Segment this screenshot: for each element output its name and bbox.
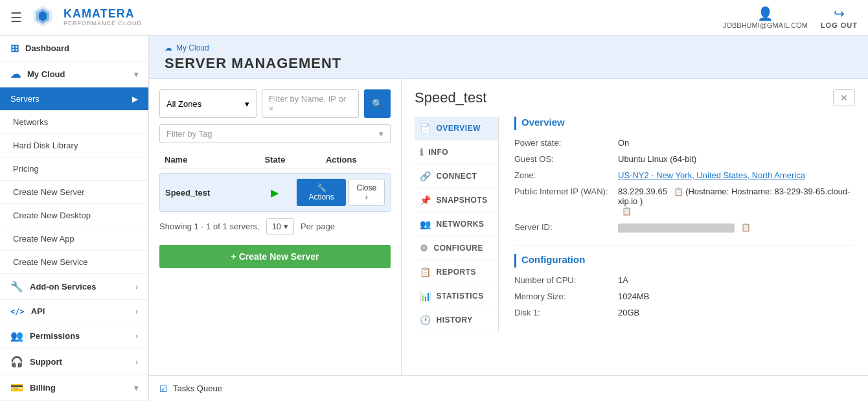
name-filter-placeholder: Filter by Name, IP or × [269, 94, 352, 113]
breadcrumb-text: My Cloud [176, 43, 209, 52]
tasks-queue[interactable]: ☑ Tasks Queue [149, 375, 868, 401]
zone-select-value: All Zones [166, 99, 201, 109]
detail-nav-label-connect: CONNECT [437, 172, 477, 181]
copy-server-id-icon[interactable]: 📋 [741, 223, 751, 232]
detail-nav-networks[interactable]: 👥 NETWORKS [415, 212, 498, 236]
table-row[interactable]: Speed_test ▶ 🔧 Actions Close › [159, 173, 391, 212]
sidebar-label-my-cloud: My Cloud [27, 69, 128, 79]
sidebar-label-support: Support [30, 357, 129, 367]
detail-layout: 📄 OVERVIEW ℹ INFO 🔗 CONNECT 📌 [415, 117, 855, 332]
configure-icon: ⚙ [420, 243, 429, 253]
detail-label-os: Guest OS: [514, 154, 618, 164]
sidebar-label-create-new-service: Create New Service [13, 257, 138, 267]
detail-nav-connect[interactable]: 🔗 CONNECT [415, 165, 498, 189]
user-icon: 👤 [757, 6, 773, 21]
sidebar-item-create-new-app[interactable]: Create New App [0, 227, 148, 251]
chevron-icon-support: › [135, 358, 138, 367]
detail-row-memory: Memory Size: 1024MB [514, 292, 855, 301]
sidebar-label-create-new-server: Create New Server [13, 187, 138, 197]
right-panel: Speed_test ✕ 📄 OVERVIEW ℹ INFO [402, 79, 868, 375]
sidebar-label-api: API [31, 306, 129, 316]
hamburger-menu[interactable]: ☰ [10, 10, 22, 25]
overview-section-title: Overview [514, 117, 855, 130]
detail-nav-snapshots[interactable]: 📌 SNAPSHOTS [415, 189, 498, 212]
server-name: Speed_test [165, 188, 253, 198]
billing-icon: 💳 [10, 382, 23, 394]
detail-nav-overview[interactable]: 📄 OVERVIEW [415, 117, 498, 141]
detail-row-zone: Zone: US-NY2 - New York, United States, … [514, 170, 855, 180]
header-right: 👤 JOBBHUMI@GMAIL.COM ↪ LOG OUT [723, 6, 858, 29]
actions-button[interactable]: 🔧 Actions [297, 179, 345, 206]
table-header: Name State Actions [159, 151, 391, 169]
sidebar-item-hard-disk-library[interactable]: Hard Disk Library [0, 134, 148, 157]
sidebar-item-permissions[interactable]: 👥 Permissions › [0, 323, 148, 349]
server-state: ▶ [253, 187, 297, 199]
logo-area: ☰ KAMATERA PERFORMANCE CLOUD [10, 3, 142, 32]
api-icon: </> [10, 307, 25, 316]
sidebar-label-add-on: Add-on Services [30, 282, 129, 292]
detail-row-power: Power state: On [514, 138, 855, 148]
detail-nav-label-networks: NETWORKS [437, 220, 485, 229]
sidebar-item-create-new-server[interactable]: Create New Server [0, 181, 148, 204]
sidebar-item-dashboard[interactable]: ⊞ Dashboard [0, 36, 148, 62]
tag-filter[interactable]: Filter by Tag ▾ [159, 124, 391, 143]
detail-nav-label-statistics: STATISTICS [437, 292, 484, 301]
sidebar-item-pricing[interactable]: Pricing [0, 157, 148, 181]
sidebar-item-networks[interactable]: Networks [0, 111, 148, 134]
detail-label-zone: Zone: [514, 170, 618, 180]
sidebar-item-api[interactable]: </> API › [0, 300, 148, 323]
detail-nav-statistics[interactable]: 📊 STATISTICS [415, 284, 498, 308]
zone-select[interactable]: All Zones ▾ [159, 89, 257, 118]
snapshots-icon: 📌 [420, 195, 431, 205]
copy-hostname-icon[interactable]: 📋 [622, 207, 632, 216]
support-icon: 🎧 [10, 356, 23, 368]
detail-row-cpu: Number of CPU: 1A [514, 275, 855, 285]
per-page-value: 10 [272, 222, 281, 231]
addon-icon: 🔧 [10, 281, 23, 293]
search-button[interactable]: 🔍 [364, 89, 391, 118]
top-header: ☰ KAMATERA PERFORMANCE CLOUD 👤 JOBBHUMI@… [0, 0, 868, 36]
sidebar-item-servers[interactable]: Servers ▶ [0, 87, 148, 111]
close-button[interactable]: Close › [348, 179, 385, 206]
detail-value-zone[interactable]: US-NY2 - New York, United States, North … [618, 170, 855, 180]
dashboard-icon: ⊞ [10, 42, 19, 54]
breadcrumb: ☁ My Cloud [165, 43, 852, 52]
logo-sub: PERFORMANCE CLOUD [63, 21, 142, 27]
detail-nav-label-overview: OVERVIEW [437, 124, 481, 133]
detail-row-disk: Disk 1: 20GB [514, 308, 855, 317]
detail-label-server-id: Server ID: [514, 222, 618, 233]
sidebar-item-my-cloud[interactable]: ☁ My Cloud ▾ [0, 62, 148, 87]
sidebar-item-support[interactable]: 🎧 Support › [0, 349, 148, 375]
detail-nav-label-history: HISTORY [437, 315, 473, 325]
copy-ip-icon[interactable]: 📋 [674, 187, 683, 196]
detail-nav-reports[interactable]: 📋 REPORTS [415, 260, 498, 284]
sidebar-label-dashboard: Dashboard [25, 43, 138, 53]
logout-button[interactable]: ↪ LOG OUT [821, 6, 858, 29]
name-filter[interactable]: Filter by Name, IP or × [262, 89, 359, 118]
detail-nav-info[interactable]: ℹ INFO [415, 141, 498, 165]
chevron-down-billing: ▾ [134, 384, 138, 393]
per-page-select[interactable]: 10 ▾ [266, 218, 294, 235]
tasks-queue-icon: ☑ [159, 384, 168, 394]
reports-icon: 📋 [420, 267, 431, 277]
sidebar-item-create-new-desktop[interactable]: Create New Desktop [0, 204, 148, 227]
detail-nav-configure[interactable]: ⚙ CONFIGURE [415, 236, 498, 260]
create-new-server-button[interactable]: + Create New Server [159, 245, 391, 268]
hostname-close: ) [640, 196, 643, 206]
sidebar-item-create-new-service[interactable]: Create New Service [0, 251, 148, 274]
user-info[interactable]: 👤 JOBBHUMI@GMAIL.COM [723, 6, 808, 29]
detail-value-server-id: 📋 [618, 222, 855, 233]
connect-icon: 🔗 [420, 171, 431, 181]
filter-row: All Zones ▾ Filter by Name, IP or × 🔍 [159, 89, 391, 118]
overview-icon: 📄 [420, 123, 431, 133]
sidebar-item-add-on-services[interactable]: 🔧 Add-on Services › [0, 274, 148, 300]
detail-nav-history[interactable]: 🕐 HISTORY [415, 308, 498, 332]
server-actions: 🔧 Actions Close › [297, 179, 385, 206]
sidebar-label-hard-disk-library: Hard Disk Library [13, 141, 138, 150]
close-detail-button[interactable]: ✕ [833, 89, 855, 106]
sidebar-item-billing[interactable]: 💳 Billing ▾ [0, 375, 148, 401]
col-header-state: State [253, 155, 297, 165]
detail-value-cpu: 1A [618, 275, 855, 285]
sidebar-label-pricing: Pricing [13, 164, 138, 174]
hostname-text: (Hostname: [685, 187, 731, 196]
